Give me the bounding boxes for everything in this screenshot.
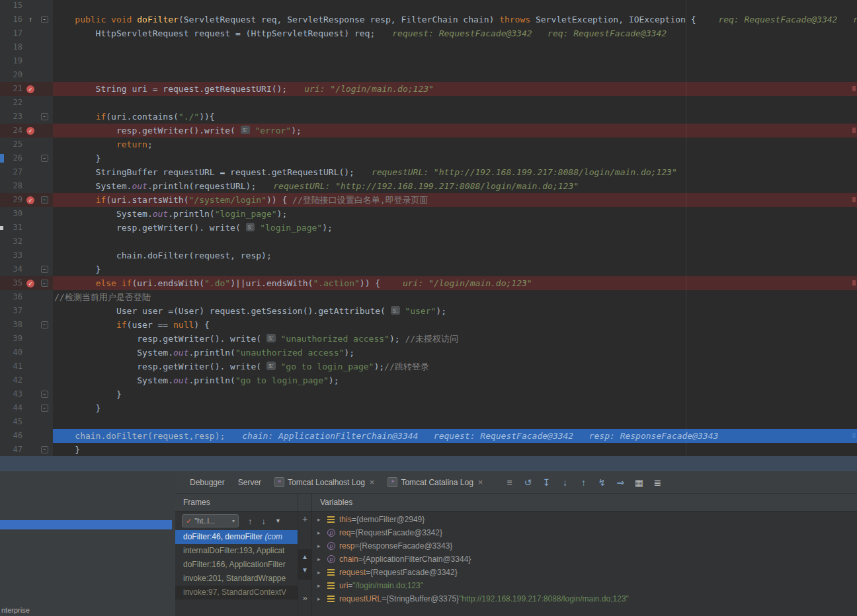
code-line-16[interactable]: 16↑- public void doFilter(ServletRequest… <box>0 13 857 26</box>
frame-row[interactable]: doFilter:46, demoFilter (com <box>175 530 298 544</box>
scroll-to-end-icon[interactable]: ↧ <box>541 477 551 488</box>
fold-marker-icon[interactable]: - <box>41 391 48 398</box>
close-tab-icon[interactable]: × <box>370 479 375 486</box>
variable-row-this[interactable]: ▸this = {demoFilter@2949} <box>312 513 857 526</box>
tab-tomcat-catalina-log[interactable]: »Tomcat Catalina Log× <box>381 471 489 493</box>
editor-gutter[interactable]: 34- <box>0 262 53 276</box>
code-line-20[interactable]: 20 <box>0 68 857 82</box>
chevron-down-icon[interactable]: ▾ <box>298 565 311 574</box>
editor-gutter[interactable]: 21✓ <box>0 82 53 96</box>
code-text[interactable] <box>53 96 857 110</box>
code-line-15[interactable]: 15 <box>0 0 857 13</box>
code-editor[interactable]: 1516↑- public void doFilter(ServletReque… <box>0 0 857 456</box>
next-frame-icon[interactable]: ↓ <box>262 516 266 526</box>
code-line-23[interactable]: 23- if(uri.contains("./")){ <box>0 110 857 124</box>
editor-gutter[interactable]: 47- <box>0 443 53 456</box>
code-text[interactable]: } <box>53 401 857 415</box>
more-chevrons-icon[interactable]: » <box>298 593 311 603</box>
error-stripe-scrollbar[interactable] <box>850 0 857 456</box>
breakpoint-icon[interactable]: ✓ <box>26 196 34 204</box>
code-line-45[interactable]: 45 <box>0 415 857 429</box>
code-line-39[interactable]: 39 resp.getWriter(). write( s: "unauthor… <box>0 332 857 346</box>
code-line-43[interactable]: 43- } <box>0 387 857 401</box>
code-text[interactable]: resp.getWriter().write( s: "error"); <box>53 124 857 137</box>
expand-arrow-icon[interactable]: ▸ <box>317 529 327 536</box>
expand-arrow-icon[interactable]: ▸ <box>317 569 327 576</box>
code-text[interactable]: else if(uri.endsWith(".do")||uri.endsWit… <box>53 276 857 290</box>
code-text[interactable]: public void doFilter(ServletRequest req,… <box>53 13 857 26</box>
editor-gutter[interactable]: 19 <box>0 54 53 68</box>
code-text[interactable]: resp.getWriter(). write( s: "go to login… <box>53 360 857 373</box>
variable-row-req[interactable]: ▸preq = {RequestFacade@3342} <box>312 526 857 539</box>
code-line-27[interactable]: 27 StringBuffer requestURL = request.get… <box>0 165 857 179</box>
code-line-38[interactable]: 38- if(user == null) { <box>0 318 857 332</box>
code-text[interactable] <box>53 415 857 429</box>
code-line-41[interactable]: 41 resp.getWriter(). write( s: "go to lo… <box>0 360 857 373</box>
code-line-47[interactable]: 47- } <box>0 443 857 456</box>
hamburger-menu-icon[interactable]: ≡ <box>504 477 514 488</box>
jump-to-source-icon[interactable]: ⇒ <box>615 477 626 488</box>
editor-gutter[interactable]: 46 <box>0 429 53 443</box>
restore-layout-icon[interactable]: ↺ <box>522 477 533 488</box>
editor-gutter[interactable]: 45 <box>0 415 53 429</box>
frame-row[interactable]: invoke:201, StandardWrappe <box>175 572 298 586</box>
code-line-19[interactable]: 19 <box>0 54 857 68</box>
code-text[interactable]: if(uri.startsWith("/system/login")) { //… <box>53 193 857 207</box>
code-line-34[interactable]: 34- } <box>0 262 857 276</box>
fold-marker-icon[interactable]: - <box>41 446 48 453</box>
move-up-icon[interactable]: ↑ <box>578 477 589 488</box>
editor-gutter[interactable]: 40 <box>0 346 53 360</box>
editor-gutter[interactable]: 37 <box>0 304 53 318</box>
code-text[interactable]: resp.getWriter(). write( s: "login_page"… <box>53 221 857 235</box>
variable-row-chain[interactable]: ▸pchain = {ApplicationFilterChain@3344} <box>312 553 857 566</box>
editor-gutter[interactable]: 42 <box>0 373 53 387</box>
stripe-mark[interactable] <box>852 128 856 133</box>
expand-arrow-icon[interactable]: ▸ <box>317 582 327 589</box>
editor-gutter[interactable]: 28 <box>0 179 53 193</box>
code-text[interactable]: System.out.println("login_page"); <box>53 207 857 221</box>
code-line-30[interactable]: 30 System.out.println("login_page"); <box>0 207 857 221</box>
stripe-mark[interactable] <box>852 197 856 202</box>
override-method-icon[interactable]: ↑ <box>28 13 33 26</box>
code-text[interactable]: } <box>53 262 857 276</box>
editor-gutter[interactable]: 17 <box>0 26 53 40</box>
code-line-42[interactable]: 42 System.out.println("go to login_page"… <box>0 373 857 387</box>
breakpoint-icon[interactable]: ✓ <box>26 280 34 288</box>
fold-marker-icon[interactable]: - <box>41 196 48 204</box>
expand-arrow-icon[interactable]: ▸ <box>317 516 327 523</box>
code-line-21[interactable]: 21✓ String uri = request.getRequestURI()… <box>0 82 857 96</box>
stripe-mark[interactable] <box>852 280 856 286</box>
code-text[interactable]: } <box>53 151 857 165</box>
editor-gutter[interactable]: 18 <box>0 40 53 54</box>
code-text[interactable]: if(uri.contains("./")){ <box>53 110 857 124</box>
editor-gutter[interactable]: 16↑- <box>0 13 53 26</box>
editor-gutter[interactable]: 23- <box>0 110 53 124</box>
code-text[interactable]: return; <box>53 137 857 151</box>
code-text[interactable]: chain.doFilter(request,resp);chain: Appl… <box>53 429 857 443</box>
code-line-40[interactable]: 40 System.out.println("unauthorized acce… <box>0 346 857 360</box>
code-line-25[interactable]: 25 return; <box>0 137 857 151</box>
move-down-icon[interactable]: ↓ <box>559 477 570 488</box>
code-line-28[interactable]: 28 System.out.println(requestURL);reques… <box>0 179 857 193</box>
code-line-26[interactable]: 26- } <box>0 151 857 165</box>
code-text[interactable]: String uri = request.getRequestURI();uri… <box>53 82 857 96</box>
tab-server[interactable]: Server <box>231 471 268 493</box>
breakpoint-icon[interactable]: ✓ <box>26 85 34 93</box>
code-line-18[interactable]: 18 <box>0 40 857 54</box>
editor-gutter[interactable]: 35✓- <box>0 276 53 290</box>
editor-gutter[interactable]: 30 <box>0 207 53 221</box>
editor-gutter[interactable]: 43- <box>0 387 53 401</box>
breakpoint-icon[interactable]: ✓ <box>26 127 34 135</box>
editor-gutter[interactable]: 24✓ <box>0 124 53 137</box>
code-text[interactable]: System.out.println("unauthorized access"… <box>53 346 857 360</box>
fold-marker-icon[interactable]: - <box>41 404 48 412</box>
previous-frame-icon[interactable]: ↑ <box>248 516 253 526</box>
code-line-32[interactable]: 32 <box>0 235 857 249</box>
editor-gutter[interactable]: 32 <box>0 235 53 249</box>
editor-gutter[interactable]: 31 <box>0 221 53 235</box>
code-line-22[interactable]: 22 <box>0 96 857 110</box>
code-text[interactable]: System.out.println("go to login_page"); <box>53 373 857 387</box>
code-line-31[interactable]: 31 resp.getWriter(). write( s: "login_pa… <box>0 221 857 235</box>
fold-marker-icon[interactable]: - <box>41 321 48 328</box>
fold-marker-icon[interactable]: - <box>41 266 48 273</box>
